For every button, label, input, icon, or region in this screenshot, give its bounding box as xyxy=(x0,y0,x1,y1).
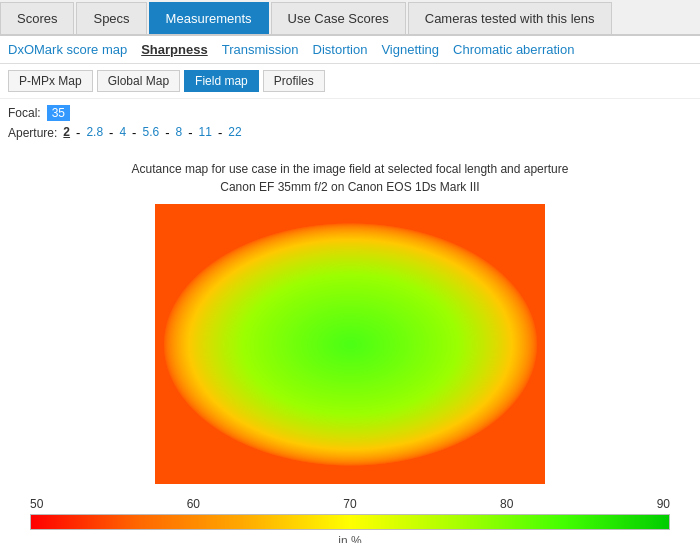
aperture-2.8[interactable]: 2.8 xyxy=(86,125,103,140)
legend-unit: in % xyxy=(20,534,680,543)
aperture-22[interactable]: 22 xyxy=(228,125,241,140)
heatmap-canvas xyxy=(155,204,545,484)
subnav-distortion[interactable]: Distortion xyxy=(313,42,368,57)
heatmap-wrapper xyxy=(155,204,545,484)
legend-tick-60: 60 xyxy=(187,497,200,511)
view-tab-field-map[interactable]: Field map xyxy=(184,70,259,92)
aperture-links: 2 - 2.8 - 4 - 5.6 - 8 - 11 - 22 xyxy=(63,125,241,140)
legend-tick-50: 50 xyxy=(30,497,43,511)
aperture-8[interactable]: 8 xyxy=(175,125,182,140)
controls-panel: Focal: 35 Aperture: 2 - 2.8 - 4 - 5.6 - … xyxy=(0,99,700,150)
chart-title: Acutance map for use case in the image f… xyxy=(20,160,680,196)
focal-label: Focal: xyxy=(8,106,41,120)
legend-color-bar xyxy=(30,514,670,530)
view-tab-bar: P-MPx Map Global Map Field map Profiles xyxy=(0,64,700,99)
aperture-2[interactable]: 2 xyxy=(63,125,70,140)
legend-tick-70: 70 xyxy=(343,497,356,511)
legend-scale: 50 60 70 80 90 xyxy=(20,497,680,511)
aperture-5.6[interactable]: 5.6 xyxy=(142,125,159,140)
tab-specs[interactable]: Specs xyxy=(76,2,146,34)
legend-tick-90: 90 xyxy=(657,497,670,511)
top-tab-bar: Scores Specs Measurements Use Case Score… xyxy=(0,0,700,36)
tab-scores[interactable]: Scores xyxy=(0,2,74,34)
legend-tick-80: 80 xyxy=(500,497,513,511)
aperture-label: Aperture: xyxy=(8,126,57,140)
subnav-dxomark-score-map[interactable]: DxOMark score map xyxy=(8,42,127,57)
tab-measurements[interactable]: Measurements xyxy=(149,2,269,34)
tab-cameras-tested[interactable]: Cameras tested with this lens xyxy=(408,2,612,34)
focal-value[interactable]: 35 xyxy=(47,105,70,121)
subnav-transmission[interactable]: Transmission xyxy=(222,42,299,57)
subnav-vignetting[interactable]: Vignetting xyxy=(381,42,439,57)
aperture-4[interactable]: 4 xyxy=(119,125,126,140)
tab-use-case-scores[interactable]: Use Case Scores xyxy=(271,2,406,34)
subnav-sharpness[interactable]: Sharpness xyxy=(141,42,207,57)
aperture-11[interactable]: 11 xyxy=(199,125,212,140)
legend: 50 60 70 80 90 in % xyxy=(0,487,700,543)
view-tab-profiles[interactable]: Profiles xyxy=(263,70,325,92)
sub-navigation: DxOMark score map Sharpness Transmission… xyxy=(0,36,700,64)
subnav-chromatic-aberration[interactable]: Chromatic aberration xyxy=(453,42,574,57)
view-tab-global-map[interactable]: Global Map xyxy=(97,70,180,92)
view-tab-pmpx[interactable]: P-MPx Map xyxy=(8,70,93,92)
chart-container: Acutance map for use case in the image f… xyxy=(0,150,700,487)
